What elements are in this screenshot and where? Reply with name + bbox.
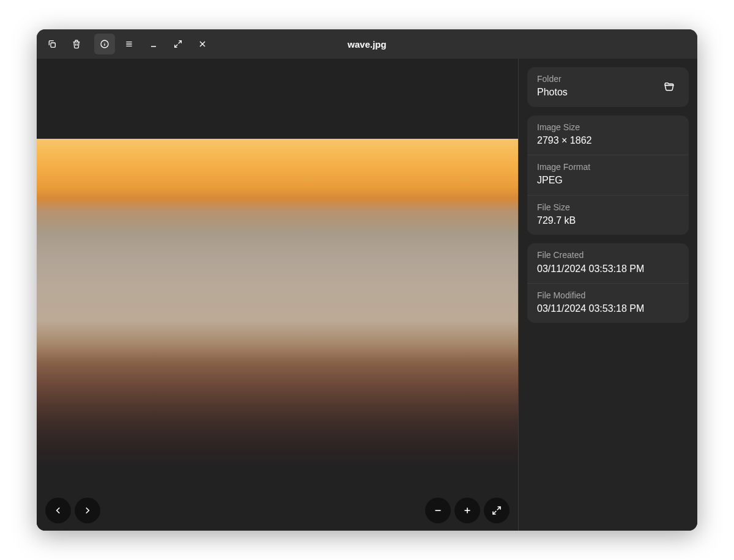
close-icon xyxy=(198,39,207,49)
image-size-row: Image Size 2793 × 1862 xyxy=(527,116,689,156)
maximize-icon xyxy=(173,39,183,49)
image-canvas[interactable] xyxy=(37,59,518,531)
zoom-in-button[interactable] xyxy=(454,498,480,523)
close-button[interactable] xyxy=(192,34,213,54)
content-area: Folder Photos Image Size 2793 × 1862 Ima… xyxy=(37,59,697,531)
svg-point-3 xyxy=(105,42,105,43)
image-format-row: Image Format JPEG xyxy=(527,155,689,196)
copy-button[interactable] xyxy=(42,34,62,54)
minimize-button[interactable] xyxy=(143,34,164,54)
previous-button[interactable] xyxy=(45,498,71,523)
open-folder-button[interactable] xyxy=(659,76,679,96)
folder-label: Folder xyxy=(537,73,653,84)
image-size-value: 2793 × 1862 xyxy=(537,134,679,147)
zoom-out-button[interactable] xyxy=(425,498,451,523)
viewer-toolbar xyxy=(37,498,518,523)
image-viewer-window: wave.jpg xyxy=(37,29,697,531)
chevron-right-icon xyxy=(82,505,93,516)
image-info-card: Image Size 2793 × 1862 Image Format JPEG… xyxy=(527,116,689,235)
maximize-button[interactable] xyxy=(168,34,188,54)
folder-row: Folder Photos xyxy=(527,67,689,107)
properties-toggle-button[interactable] xyxy=(94,34,115,54)
chevron-left-icon xyxy=(53,505,64,516)
file-created-label: File Created xyxy=(537,249,679,260)
file-modified-value: 03/11/2024 03:53:18 PM xyxy=(537,302,679,315)
image-format-label: Image Format xyxy=(537,161,679,172)
hamburger-icon xyxy=(124,39,134,49)
next-button[interactable] xyxy=(75,498,100,523)
dates-card: File Created 03/11/2024 03:53:18 PM File… xyxy=(527,243,689,323)
window-title: wave.jpg xyxy=(347,39,386,50)
minus-icon xyxy=(432,505,443,516)
file-size-row: File Size 729.7 kB xyxy=(527,196,689,235)
trash-button[interactable] xyxy=(66,34,87,54)
trash-icon xyxy=(72,39,81,49)
file-size-label: File Size xyxy=(537,202,679,213)
file-created-row: File Created 03/11/2024 03:53:18 PM xyxy=(527,243,689,284)
menu-button[interactable] xyxy=(119,34,139,54)
file-size-value: 729.7 kB xyxy=(537,214,679,227)
image-viewer xyxy=(37,59,519,531)
image-format-value: JPEG xyxy=(537,174,679,187)
fullscreen-icon xyxy=(491,505,502,516)
file-modified-row: File Modified 03/11/2024 03:53:18 PM xyxy=(527,284,689,323)
copy-icon xyxy=(47,39,57,49)
folder-open-icon xyxy=(664,81,675,92)
plus-icon xyxy=(462,505,473,516)
file-modified-label: File Modified xyxy=(537,290,679,301)
minimize-icon xyxy=(149,39,158,49)
file-created-value: 03/11/2024 03:53:18 PM xyxy=(537,262,679,276)
image-size-label: Image Size xyxy=(537,122,679,133)
properties-panel: Folder Photos Image Size 2793 × 1862 Ima… xyxy=(519,59,697,531)
folder-card: Folder Photos xyxy=(527,67,689,107)
fullscreen-button[interactable] xyxy=(484,498,510,523)
image-content xyxy=(37,139,518,469)
header-bar: wave.jpg xyxy=(37,29,697,59)
svg-rect-0 xyxy=(51,43,55,47)
info-icon xyxy=(100,39,109,49)
folder-value: Photos xyxy=(537,86,653,99)
